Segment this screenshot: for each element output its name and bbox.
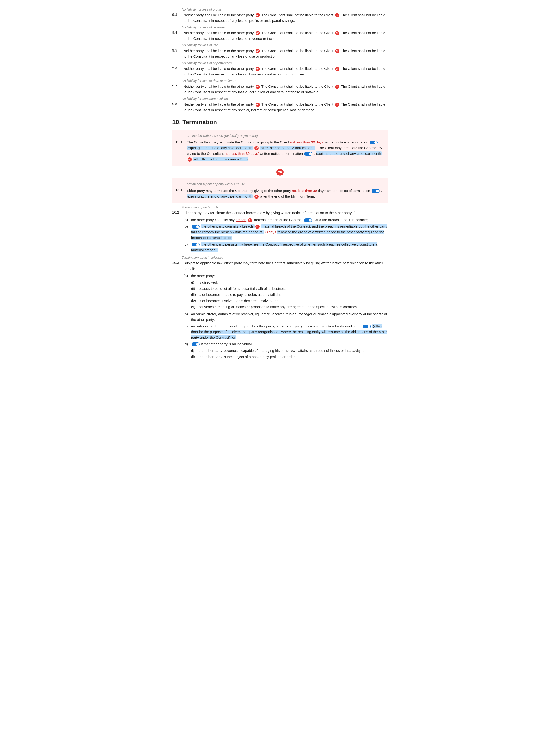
- toggle-5[interactable]: [191, 225, 199, 229]
- or-badge: or: [335, 67, 339, 71]
- label-9-8: No liability for consequential loss: [182, 97, 388, 101]
- clause-9-6: 9.6 Neither party shall be liable to the…: [172, 66, 388, 77]
- subclause-label-b2: (b): [183, 311, 191, 317]
- text: written notice of termination: [325, 140, 369, 144]
- subclause-10-2-c: (c) the other party persistently breache…: [183, 242, 388, 253]
- sub-label-d-ii: (ii): [191, 354, 198, 359]
- subsection-9-8: No liability for consequential loss 9.8 …: [172, 97, 388, 113]
- text: ,: [379, 140, 380, 144]
- sub-iv: (iv) is or becomes insolvent or is decla…: [191, 298, 388, 304]
- text: Neither party shall be liable to the oth…: [183, 102, 255, 106]
- sub-text-i: is dissolved;: [198, 280, 218, 285]
- clause-text-9-7: Neither party shall be liable to the oth…: [183, 84, 388, 95]
- text: Subject to applicable law, either party …: [183, 261, 383, 271]
- clause-num-10-1-alt2: 10.1: [175, 188, 187, 192]
- text: The Consultant shall not be liable to th…: [261, 49, 334, 53]
- subclause-label-d: (d): [183, 341, 191, 347]
- or-badge: or: [256, 103, 260, 107]
- text: Neither party shall be liable to the oth…: [183, 85, 255, 89]
- highlight-30days-3: not less than 30: [292, 189, 317, 193]
- or-badge: or: [335, 31, 339, 35]
- text: Neither party shall be liable to the oth…: [183, 31, 255, 35]
- toggle-2[interactable]: [304, 152, 312, 156]
- highlight-minimum-term-1: after the end of the Minimum Term: [260, 146, 315, 150]
- or-large-badge: OR: [276, 169, 284, 176]
- sub-d-ii: (ii) that other party is the subject of …: [191, 354, 388, 359]
- text: the other party commits any: [191, 218, 236, 222]
- clause-9-5: 9.5 Neither party shall be liable to the…: [172, 48, 388, 59]
- clause-text-10-3: Subject to applicable law, either party …: [183, 260, 388, 361]
- toggle-3[interactable]: [372, 189, 380, 193]
- clause-num-9-5: 9.5: [172, 48, 183, 52]
- subclause-text-b2: an administrator, administrative receive…: [191, 311, 388, 322]
- clause-text-10-1-alt2: Either party may terminate the Contract …: [187, 188, 385, 199]
- subsection-10-3: Termination upon insolvency 10.3 Subject…: [172, 256, 388, 361]
- label-9-4: No liability for loss of revenue: [182, 25, 388, 29]
- highlight-30days-2: not less than 30 days': [225, 151, 259, 155]
- subclause-label-a: (a): [183, 217, 191, 223]
- subclause-10-3-a: (a) the other party: (i) is dissolved;: [183, 273, 388, 310]
- highlight-calendar-month-1: expiring at the end of any calendar mont…: [187, 146, 253, 150]
- subclause-10-3-c: (c) an order is made for the winding up …: [183, 323, 388, 340]
- sub-text-d-ii: that other party is the subject of a ban…: [198, 354, 295, 359]
- text: The Consultant may terminate the Contrac…: [187, 140, 290, 144]
- clause-9-4: 9.4 Neither party shall be liable to the…: [172, 30, 388, 41]
- text: , and the breach is not remediable;: [313, 218, 368, 222]
- clause-text-9-5: Neither party shall be liable to the oth…: [183, 48, 388, 59]
- clause-num-10-1-alt1: 10.1: [175, 139, 187, 144]
- text: after the end of the Minimum Term.: [260, 194, 315, 198]
- toggle-1[interactable]: [370, 141, 378, 144]
- toggle-7[interactable]: [363, 325, 371, 328]
- text: an order is made for the winding up of t…: [191, 324, 362, 328]
- text: Neither party shall be liable to the oth…: [183, 49, 255, 53]
- sub-ii: (ii) ceases to conduct all (or substanti…: [191, 286, 388, 291]
- label-9-5: No liability for loss of use: [182, 43, 388, 47]
- label-10-2: Termination upon breach: [182, 205, 388, 209]
- subclause-text-d: if that other party is an individual: (i…: [191, 341, 388, 360]
- subsection-9-7: No liability for loss of data or softwar…: [172, 79, 388, 95]
- text: an administrator, administrative receive…: [191, 312, 387, 321]
- text: material breach of the Contract: [254, 218, 303, 222]
- section-10: 10. Termination Termination without caus…: [172, 119, 388, 361]
- toggle-4[interactable]: [304, 218, 312, 222]
- subclause-label-a2: (a): [183, 273, 191, 279]
- or-badge: or: [256, 13, 260, 17]
- highlight-b-text: the other party commits a breach: [201, 225, 254, 229]
- clause-9-3: 9.3 Neither party shall be liable to the…: [172, 12, 388, 23]
- text: The Consultant shall not be liable to th…: [261, 102, 334, 106]
- text: if that other party is an individual:: [201, 342, 253, 346]
- toggle-8[interactable]: [191, 342, 199, 346]
- highlight-30days-b: 30 days: [264, 230, 276, 234]
- clause-text-9-4: Neither party shall be liable to the oth…: [183, 30, 388, 41]
- or-badge: or: [187, 157, 192, 162]
- subclause-10-3-d: (d) if that other party is an individual…: [183, 341, 388, 360]
- highlight-minimum-term-2: after the end of the Minimum Term: [193, 157, 248, 161]
- or-badge: or: [335, 85, 339, 89]
- sub-text-iv: is or becomes insolvent or is declared i…: [198, 298, 278, 304]
- clause-num-9-8: 9.8: [172, 102, 183, 106]
- clause-10-1-alt2: Termination by either party without caus…: [172, 178, 388, 203]
- clause-row-10-1-alt1: 10.1 The Consultant may terminate the Co…: [175, 139, 385, 162]
- or-badge: or: [256, 31, 260, 35]
- document-content: No liability for loss of profits 9.3 Nei…: [172, 8, 388, 361]
- subclause-text-a2: the other party: (i) is dissolved; (ii) …: [191, 273, 388, 310]
- clause-row-10-2: 10.2 Either party may terminate the Cont…: [172, 210, 388, 254]
- clause-row-10-1-alt2: 10.1 Either party may terminate the Cont…: [175, 188, 385, 199]
- highlight-30days-1: not less than 30 days': [290, 140, 324, 144]
- highlight-breach: breach: [236, 218, 246, 222]
- sub-iii: (iii) is or becomes unable to pay its de…: [191, 292, 388, 298]
- label-10-3: Termination upon insolvency: [182, 256, 388, 260]
- subclause-10-2-a: (a) the other party commits any breach o…: [183, 217, 388, 223]
- or-badge: or: [335, 13, 339, 17]
- subclause-text-c: the other party persistently breaches th…: [191, 242, 388, 253]
- sub-text-iii: is or becomes unable to pay its debts as…: [198, 292, 283, 298]
- or-badge: or: [256, 67, 260, 71]
- or-badge: or: [254, 194, 259, 199]
- clause-text-9-6: Neither party shall be liable to the oth…: [183, 66, 388, 77]
- or-badge: or: [255, 225, 260, 229]
- highlight-c-text: the other party persistently breaches th…: [191, 242, 378, 252]
- section-9: No liability for loss of profits 9.3 Nei…: [172, 8, 388, 113]
- clause-text-9-8: Neither party shall be liable to the oth…: [183, 102, 388, 113]
- sub-label-v: (v): [191, 304, 198, 310]
- toggle-6[interactable]: [191, 243, 199, 247]
